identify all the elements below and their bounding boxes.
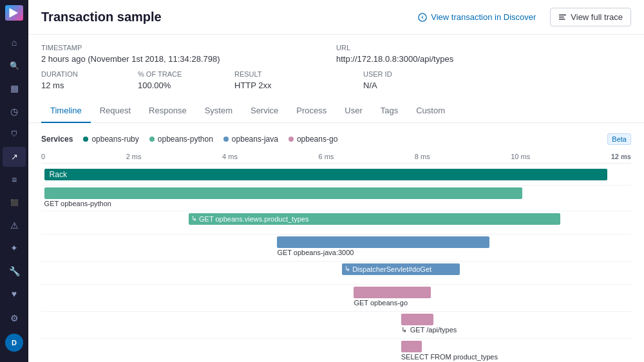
top-bar: Transaction sample View transaction in D… bbox=[28, 0, 644, 35]
trace-icon bbox=[558, 13, 567, 21]
svg-rect-2 bbox=[559, 14, 566, 15]
timestamp-field: Timestamp 2 hours ago (November 1st 2018… bbox=[41, 44, 336, 64]
user-avatar[interactable]: D bbox=[5, 334, 23, 352]
go-dot bbox=[289, 137, 294, 142]
service-go: opbeans-go bbox=[289, 135, 337, 144]
select-bar bbox=[401, 341, 422, 352]
view-full-trace-button[interactable]: View full trace bbox=[550, 8, 631, 26]
trace-row-get-python[interactable]: GET opbeans-python bbox=[41, 186, 631, 211]
sidebar-icon-ml[interactable]: ✦ bbox=[3, 238, 26, 258]
trace-row-rack[interactable]: Rack bbox=[41, 164, 631, 186]
service-ruby: opbeans-ruby bbox=[83, 135, 138, 144]
timeline-section: Services opbeans-ruby opbeans-python opb… bbox=[28, 123, 644, 362]
trace-row-dispatcher[interactable]: ↳ DispatcherServlet#doGet bbox=[41, 262, 631, 285]
tab-process[interactable]: Process bbox=[287, 99, 336, 123]
dispatcher-bar: ↳ DispatcherServlet#doGet bbox=[342, 263, 460, 275]
services-legend: Services opbeans-ruby opbeans-python opb… bbox=[41, 133, 631, 145]
svg-rect-4 bbox=[559, 19, 565, 20]
timestamp-section: Timestamp 2 hours ago (November 1st 2018… bbox=[28, 35, 644, 70]
ruby-label: opbeans-ruby bbox=[91, 135, 138, 144]
url-label: URL bbox=[336, 44, 631, 52]
trace-row-java[interactable]: GET opbeans-java:3000 bbox=[41, 234, 631, 262]
sidebar-icon-dashboard[interactable]: ▦ bbox=[3, 78, 26, 98]
sidebar-icon-apm[interactable]: ↗ bbox=[3, 147, 26, 167]
java-label: opbeans-java bbox=[232, 135, 278, 144]
time-2ms: 2 ms bbox=[126, 153, 142, 160]
sidebar-icon-uptime[interactable]: ♥ bbox=[3, 283, 26, 303]
tab-request[interactable]: Request bbox=[91, 99, 140, 123]
pct-of-trace-label: % of trace bbox=[138, 70, 234, 78]
tab-user[interactable]: User bbox=[336, 99, 371, 123]
url-value: http://172.18.0.8:3000/api/types bbox=[336, 54, 631, 64]
sidebar-icon-settings[interactable]: ⚙ bbox=[3, 307, 26, 330]
tab-service[interactable]: Service bbox=[242, 99, 287, 123]
tab-tags[interactable]: Tags bbox=[372, 99, 407, 123]
java-bar bbox=[277, 236, 489, 248]
go-bar bbox=[354, 287, 430, 298]
fields-section: Duration 12 ms % of trace 100.00% Result… bbox=[28, 70, 644, 99]
duration-value: 12 ms bbox=[41, 81, 138, 90]
time-8ms: 8 ms bbox=[415, 153, 430, 160]
service-python: opbeans-python bbox=[149, 135, 213, 144]
go-bar-label: GET opbeans-go bbox=[354, 299, 408, 307]
tab-timeline[interactable]: Timeline bbox=[41, 99, 91, 123]
url-field: URL http://172.18.0.8:3000/api/types bbox=[336, 44, 631, 64]
main-content: Transaction sample View transaction in D… bbox=[28, 0, 644, 362]
time-10ms: 10 ms bbox=[511, 153, 530, 160]
java-bar-label: GET opbeans-java:3000 bbox=[277, 249, 354, 256]
trace-row-select[interactable]: SELECT FROM product_types bbox=[41, 339, 631, 362]
pct-of-trace-field: % of trace 100.00% bbox=[138, 70, 234, 90]
go-label: opbeans-go bbox=[297, 135, 337, 144]
time-4ms: 4 ms bbox=[222, 153, 238, 160]
sidebar-icon-alerts[interactable]: ⚠ bbox=[3, 215, 26, 235]
svg-rect-3 bbox=[559, 17, 564, 18]
python-bar-label: GET opbeans-python bbox=[44, 200, 111, 207]
compass-icon bbox=[418, 13, 427, 22]
timestamp-value: 2 hours ago (November 1st 2018, 11:34:28… bbox=[41, 54, 336, 64]
time-0: 0 bbox=[41, 153, 45, 160]
pct-of-trace-value: 100.00% bbox=[138, 81, 234, 90]
python-label: opbeans-python bbox=[158, 135, 213, 144]
ruby-dot bbox=[83, 137, 88, 142]
sidebar-icon-security[interactable]: ⛉ bbox=[3, 124, 26, 144]
sidebar-icon-infrastructure[interactable]: ⬛ bbox=[3, 193, 26, 213]
timestamp-label: Timestamp bbox=[41, 44, 336, 52]
rack-bar: Rack bbox=[44, 169, 608, 180]
sidebar-icon-logs[interactable]: ≡ bbox=[3, 169, 26, 189]
beta-badge: Beta bbox=[607, 133, 631, 145]
tab-custom[interactable]: Custom bbox=[407, 99, 454, 123]
top-actions: View transaction in Discover View full t… bbox=[412, 8, 631, 26]
services-label: Services bbox=[41, 135, 73, 144]
duration-field: Duration 12 ms bbox=[41, 70, 138, 90]
sidebar-icon-timelion[interactable]: ◷ bbox=[3, 101, 26, 121]
result-value: HTTP 2xx bbox=[234, 81, 363, 90]
result-field: Result HTTP 2xx bbox=[234, 70, 363, 90]
result-label: Result bbox=[234, 70, 363, 78]
java-dot bbox=[223, 137, 229, 142]
sidebar-icon-discover[interactable]: 🔍 bbox=[3, 55, 26, 75]
view-in-discover-button[interactable]: View transaction in Discover bbox=[412, 8, 542, 26]
kibana-logo[interactable] bbox=[5, 5, 23, 21]
api-types-label: ↳ GET /api/types bbox=[401, 326, 457, 334]
api-types-bar bbox=[401, 314, 433, 325]
tab-system[interactable]: System bbox=[196, 99, 242, 123]
select-label: SELECT FROM product_types bbox=[401, 353, 498, 361]
trace-row-product-types[interactable]: ↳ GET opbeans.views.product_types bbox=[41, 211, 631, 234]
time-12ms: 12 ms bbox=[611, 153, 631, 160]
sidebar-icon-home[interactable]: ⌂ bbox=[3, 32, 26, 52]
time-axis: 0 2 ms 4 ms 6 ms 8 ms 10 ms 12 ms bbox=[41, 153, 631, 164]
trace-row-go[interactable]: GET opbeans-go bbox=[41, 285, 631, 312]
duration-label: Duration bbox=[41, 70, 138, 78]
time-6ms: 6 ms bbox=[318, 153, 334, 160]
tab-response[interactable]: Response bbox=[140, 99, 196, 123]
product-types-bar: ↳ GET opbeans.views.product_types bbox=[189, 213, 560, 225]
user-id-label: User ID bbox=[363, 70, 631, 78]
service-java: opbeans-java bbox=[223, 135, 278, 144]
trace-rows: Rack GET opbeans-python bbox=[41, 164, 631, 362]
user-id-value: N/A bbox=[363, 81, 631, 90]
sidebar-icon-devtools[interactable]: 🔧 bbox=[3, 261, 26, 281]
python-bar bbox=[44, 187, 522, 199]
user-id-field: User ID N/A bbox=[363, 70, 631, 90]
page-title: Transaction sample bbox=[41, 10, 162, 24]
trace-row-api-types[interactable]: ↳ GET /api/types bbox=[41, 312, 631, 339]
